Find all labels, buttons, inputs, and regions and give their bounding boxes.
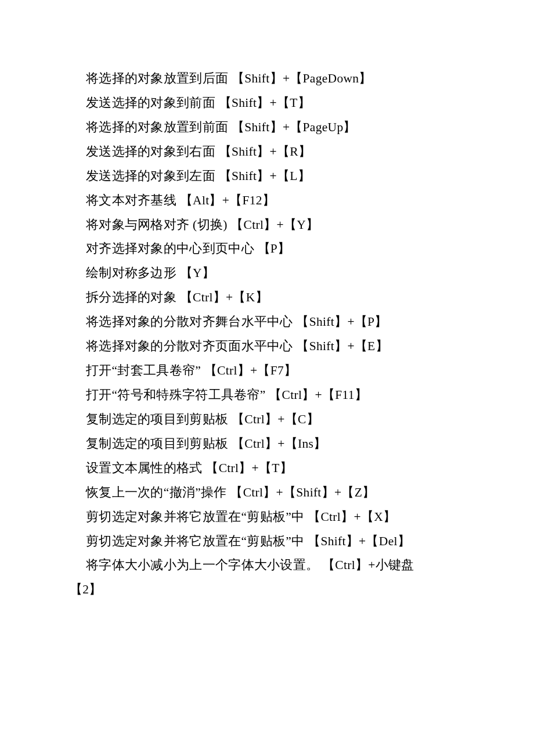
- shortcut-line: 发送选择的对象到前面 【Shift】+【T】: [70, 91, 464, 116]
- shortcut-line: 将对象与网格对齐 (切换) 【Ctrl】+【Y】: [70, 213, 464, 237]
- shortcut-line: 将文本对齐基线 【Alt】+【F12】: [70, 189, 464, 213]
- shortcut-line: 发送选择的对象到右面 【Shift】+【R】: [70, 140, 464, 164]
- shortcut-line: 复制选定的项目到剪贴板 【Ctrl】+【Ins】: [70, 432, 464, 456]
- shortcut-line: 将选择的对象放置到前面 【Shift】+【PageUp】: [70, 116, 464, 140]
- shortcut-line: 将选择的对象放置到后面 【Shift】+【PageDown】: [70, 67, 464, 91]
- shortcut-line: 对齐选择对象的中心到页中心 【P】: [70, 237, 464, 261]
- shortcut-line: 将字体大小减小为上一个字体大小设置。 【Ctrl】+小键盘: [70, 553, 464, 578]
- shortcut-line: 剪切选定对象并将它放置在“剪贴板”中 【Shift】+【Del】: [70, 530, 464, 554]
- shortcut-line: 复制选定的项目到剪贴板 【Ctrl】+【C】: [70, 408, 464, 432]
- shortcut-line-continuation: 【2】: [70, 578, 464, 602]
- document-content: 将选择的对象放置到后面 【Shift】+【PageDown】 发送选择的对象到前…: [70, 67, 464, 602]
- shortcut-line: 打开“封套工具卷帘” 【Ctrl】+【F7】: [70, 359, 464, 383]
- shortcut-line: 打开“符号和特殊字符工具卷帘” 【Ctrl】+【F11】: [70, 383, 464, 408]
- shortcut-line: 将选择对象的分散对齐舞台水平中心 【Shift】+【P】: [70, 310, 464, 334]
- shortcut-line: 绘制对称多边形 【Y】: [70, 261, 464, 286]
- shortcut-line: 拆分选择的对象 【Ctrl】+【K】: [70, 286, 464, 310]
- shortcut-line: 发送选择的对象到左面 【Shift】+【L】: [70, 164, 464, 189]
- shortcut-line: 将选择对象的分散对齐页面水平中心 【Shift】+【E】: [70, 334, 464, 359]
- shortcut-line: 剪切选定对象并将它放置在“剪贴板”中 【Ctrl】+【X】: [70, 505, 464, 530]
- shortcut-line: 设置文本属性的格式 【Ctrl】+【T】: [70, 456, 464, 481]
- shortcut-line: 恢复上一次的“撤消”操作 【Ctrl】+【Shift】+【Z】: [70, 481, 464, 505]
